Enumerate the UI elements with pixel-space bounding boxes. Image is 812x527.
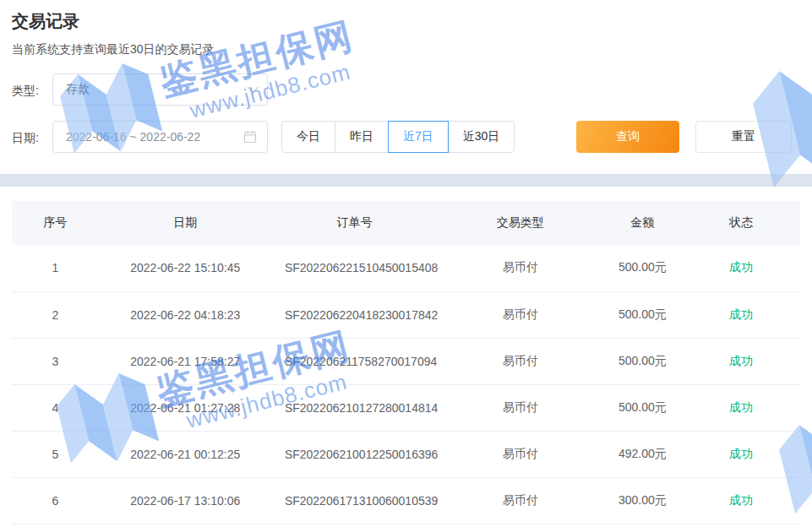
quick-range-30days[interactable]: 近30日 bbox=[448, 121, 515, 153]
table-row: 32022-06-21 17:58:27SF202206211758270017… bbox=[12, 338, 800, 384]
cell-order: SF202206221510450015408 bbox=[272, 245, 438, 291]
cell-type: 易币付 bbox=[438, 245, 603, 291]
transaction-records-page: 鉴黑担保网 www.jhdb8.com 鉴黑担保网 www.jhdb8.com … bbox=[0, 0, 812, 527]
cell-date: 2022-06-22 15:10:45 bbox=[99, 245, 272, 291]
cell-amount: 492.00元 bbox=[603, 431, 682, 477]
col-header-amount: 金额 bbox=[603, 201, 682, 245]
cell-amount: 500.00元 bbox=[603, 291, 682, 338]
type-select[interactable]: 存款 bbox=[52, 73, 268, 106]
cell-date: 2022-06-21 17:58:27 bbox=[99, 338, 272, 384]
table-row: 42022-06-21 01:27:28SF202206210127280014… bbox=[12, 384, 800, 431]
cell-no: 6 bbox=[12, 477, 99, 524]
cell-no: 4 bbox=[12, 384, 99, 431]
cell-date: 2022-06-21 01:27:28 bbox=[99, 384, 272, 431]
reset-button[interactable]: 重置 bbox=[695, 121, 792, 153]
date-label: 日期: bbox=[12, 131, 39, 146]
transactions-table: 序号 日期 订单号 交易类型 金额 状态 12022-06-22 15:10:4… bbox=[12, 201, 800, 524]
cell-status: 成功 bbox=[682, 384, 800, 431]
cell-status: 成功 bbox=[682, 431, 800, 477]
date-range-value: 2022-06-16 ~ 2022-06-22 bbox=[66, 130, 243, 144]
cell-no: 2 bbox=[12, 291, 99, 338]
cell-no: 5 bbox=[12, 431, 99, 477]
cell-type: 易币付 bbox=[438, 338, 603, 384]
table-row: 22022-06-22 04:18:23SF202206220418230017… bbox=[12, 291, 800, 338]
cell-status: 成功 bbox=[682, 245, 800, 291]
table-header-row: 序号 日期 订单号 交易类型 金额 状态 bbox=[12, 201, 800, 245]
cell-order: SF202206210127280014814 bbox=[272, 384, 438, 431]
col-header-type: 交易类型 bbox=[438, 201, 603, 245]
col-header-order: 订单号 bbox=[272, 201, 438, 245]
table-row: 62022-06-17 13:10:06SF202206171310060010… bbox=[12, 477, 800, 524]
quick-range-today[interactable]: 今日 bbox=[281, 121, 335, 153]
cell-type: 易币付 bbox=[438, 291, 603, 338]
cell-order: SF202206171310060010539 bbox=[272, 477, 438, 524]
quick-range-group: 今日 昨日 近7日 近30日 bbox=[281, 121, 515, 153]
cell-amount: 500.00元 bbox=[603, 245, 682, 291]
cell-order: SF202206220418230017842 bbox=[272, 291, 438, 338]
cell-type: 易币付 bbox=[438, 477, 603, 524]
cell-date: 2022-06-17 13:10:06 bbox=[99, 477, 272, 524]
cell-status: 成功 bbox=[682, 291, 800, 338]
col-header-no: 序号 bbox=[12, 201, 99, 245]
cell-date: 2022-06-22 04:18:23 bbox=[99, 291, 272, 338]
type-label: 类型: bbox=[12, 84, 39, 99]
cell-status: 成功 bbox=[682, 338, 800, 384]
divider-band bbox=[0, 174, 812, 187]
date-range-input[interactable]: 2022-06-16 ~ 2022-06-22 bbox=[52, 121, 268, 153]
page-subtitle: 当前系统支持查询最近30日的交易记录 bbox=[12, 42, 215, 57]
cell-no: 3 bbox=[12, 338, 99, 384]
cell-amount: 300.00元 bbox=[603, 477, 682, 524]
quick-range-7days[interactable]: 近7日 bbox=[388, 121, 449, 153]
quick-range-yesterday[interactable]: 昨日 bbox=[335, 121, 389, 153]
cell-type: 易币付 bbox=[438, 384, 603, 431]
cell-order: SF202206211758270017094 bbox=[272, 338, 438, 384]
watermark-text: 鉴黑担保网 www.jhdb8.com bbox=[155, 11, 365, 129]
chevron-down-icon bbox=[248, 82, 259, 93]
type-select-value: 存款 bbox=[66, 82, 249, 97]
cell-amount: 500.00元 bbox=[603, 338, 682, 384]
page-title: 交易记录 bbox=[12, 10, 79, 33]
cell-amount: 500.00元 bbox=[603, 384, 682, 431]
table-row: 12022-06-22 15:10:45SF202206221510450015… bbox=[12, 245, 800, 291]
cell-status: 成功 bbox=[682, 477, 800, 524]
cell-no: 1 bbox=[12, 245, 99, 291]
cell-type: 易币付 bbox=[438, 431, 603, 477]
cell-order: SF202206210012250016396 bbox=[272, 431, 438, 477]
table-body: 12022-06-22 15:10:45SF202206221510450015… bbox=[12, 245, 800, 524]
col-header-date: 日期 bbox=[99, 201, 272, 245]
search-button[interactable]: 查询 bbox=[576, 121, 679, 153]
calendar-icon bbox=[243, 130, 257, 144]
table-row: 52022-06-21 00:12:25SF202206210012250016… bbox=[12, 431, 800, 477]
cell-date: 2022-06-21 00:12:25 bbox=[99, 431, 272, 477]
col-header-status: 状态 bbox=[682, 201, 800, 245]
